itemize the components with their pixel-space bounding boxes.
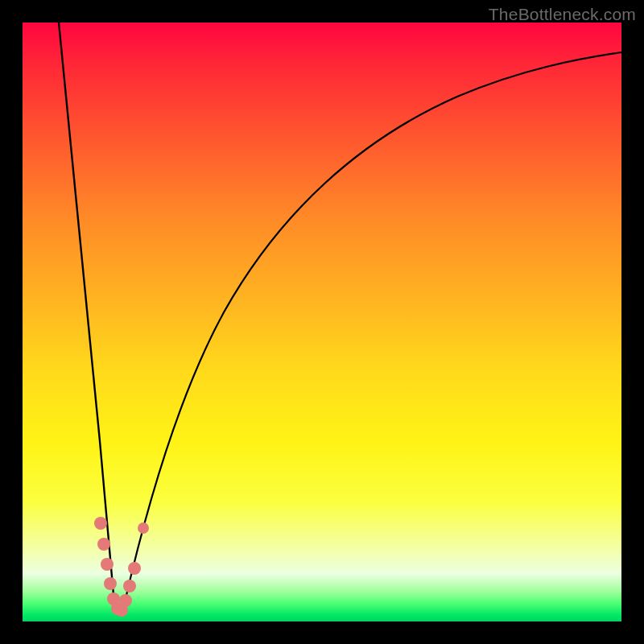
chart-frame: TheBottleneck.com [0, 0, 644, 644]
marker-dot [119, 594, 132, 607]
watermark-text: TheBottleneck.com [489, 5, 636, 24]
marker-dot [123, 580, 136, 592]
marker-group [94, 517, 149, 617]
marker-dot [104, 577, 117, 590]
marker-dot [101, 558, 114, 571]
plot-area [23, 23, 621, 621]
marker-dot [138, 522, 149, 534]
curve-left-branch [59, 23, 114, 604]
marker-dot [97, 538, 110, 551]
curve-layer [23, 23, 621, 621]
marker-dot [128, 562, 141, 575]
curve-right-branch [125, 52, 621, 602]
marker-dot [94, 517, 107, 530]
